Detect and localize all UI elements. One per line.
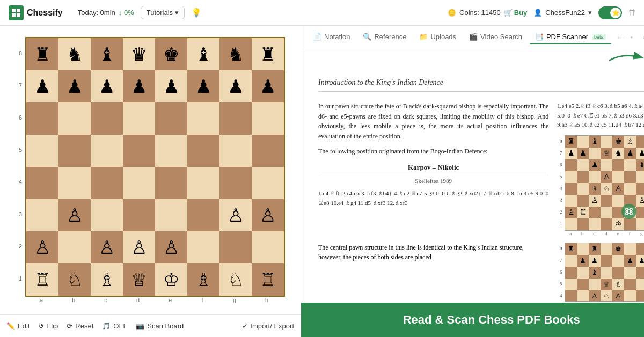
rank-labels: 8 7 6 5 4 3 2 1 [16,37,25,295]
chess-cell[interactable] [58,135,91,167]
chess-cell[interactable]: ♟ [123,70,155,102]
chess-cell[interactable] [252,231,284,263]
chess-cell[interactable] [123,167,155,199]
tab-notation[interactable]: 📄 Notation [308,31,355,44]
chess-cell[interactable]: ♙ [252,199,284,231]
chess-cell[interactable] [26,135,58,167]
buy-icon: 🛒 [504,9,513,17]
username: ChessFun22 [545,9,585,17]
chess-cell[interactable] [58,102,91,135]
chess-cell[interactable]: ♟ [252,70,284,102]
tab-pdf-scanner[interactable]: 📑 PDF Scanner beta [530,31,611,44]
chess-cell[interactable] [187,167,219,199]
chess-cell[interactable]: ♖ [252,263,284,296]
svg-rect-1 [17,9,20,12]
flip-button[interactable]: ↺ Flip [38,322,58,330]
tab-reference[interactable]: 🔍 Reference [357,31,412,44]
chess-cell[interactable]: ♙ [91,231,123,263]
chess-cell[interactable]: ♟ [155,70,187,102]
collapse-button[interactable]: ⇈ [628,8,635,18]
chess-cell[interactable]: ♜ [26,38,58,70]
flip-icon: ↺ [38,322,44,330]
chess-cell[interactable]: ♗ [91,263,123,296]
match-year: Skelleftea 1989 [318,177,548,186]
chess-cell[interactable] [123,102,155,135]
chess-cell[interactable] [187,102,219,135]
scan-cta-overlay[interactable]: Read & Scan Chess PDF Books [301,303,644,337]
chess-cell[interactable] [219,135,252,167]
chess-cell[interactable] [155,102,187,135]
reset-button[interactable]: ⟳ Reset [67,322,93,330]
chess-cell[interactable]: ♟ [58,70,91,102]
tip-icon: 💡 [191,8,202,18]
chess-cell[interactable] [155,199,187,231]
chess-cell[interactable] [187,135,219,167]
chess-cell[interactable]: ♖ [26,263,58,296]
tutorials-button[interactable]: Tutorials ▾ [141,6,185,19]
chess-cell[interactable]: ♗ [187,263,219,296]
chess-cell[interactable]: ♘ [219,263,252,296]
nav-dot: ● [631,35,633,40]
chess-cell[interactable]: ♚ [155,38,187,70]
user-area[interactable]: 👤 ChessFun22 ▾ [533,9,592,17]
chess-cell[interactable]: ♟ [26,70,58,102]
reference-label: Reference [374,33,406,41]
scan-board-button[interactable]: 📷 Scan Board [136,322,184,330]
chess-cell[interactable]: ♛ [123,38,155,70]
chess-cell[interactable] [155,135,187,167]
chess-cell[interactable]: ♔ [155,263,187,296]
edit-button[interactable]: ✏️ Edit [6,322,30,330]
theme-toggle[interactable]: ⭐ [598,6,622,19]
chess-cell[interactable] [187,199,219,231]
scan-eye-icon [625,207,633,216]
chess-cell[interactable] [58,231,91,263]
scan-cta-text: Read & Scan Chess PDF Books [403,313,580,327]
nav-forward-button[interactable]: → [635,32,644,43]
nav-back-button[interactable]: ← [613,32,628,43]
chess-cell[interactable]: ♟ [187,70,219,102]
chess-cell[interactable] [155,167,187,199]
chess-cell[interactable] [91,102,123,135]
chess-cell[interactable]: ♝ [187,38,219,70]
buy-button[interactable]: 🛒 Buy [504,9,528,17]
chess-cell[interactable]: ♙ [58,199,91,231]
chess-cell[interactable] [91,167,123,199]
chess-cell[interactable] [219,231,252,263]
pdf-paragraph-2: The following position originated from t… [318,146,548,157]
tab-navigation: ← ● → [613,32,644,43]
chess-cell[interactable] [58,167,91,199]
chess-cell[interactable] [219,167,252,199]
chess-cell[interactable] [91,135,123,167]
chess-cell[interactable] [252,167,284,199]
chess-cell[interactable]: ♙ [26,231,58,263]
pdf-body-2: The central pawn structure in this line … [318,243,644,302]
svg-rect-2 [12,13,16,17]
chess-cell[interactable] [252,102,284,135]
svg-rect-3 [17,13,20,17]
chess-cell[interactable]: ♘ [58,263,91,296]
chess-cell[interactable]: ♝ [91,38,123,70]
chess-cell[interactable] [187,231,219,263]
tab-uploads[interactable]: 📁 Uploads [414,31,462,44]
chess-cell[interactable]: ♟ [91,70,123,102]
chess-cell[interactable]: ♙ [123,231,155,263]
tab-video-search[interactable]: 🎬 Video Search [464,31,528,44]
chess-cell[interactable]: ♞ [219,38,252,70]
chevron-down-icon: ▾ [588,9,592,17]
chess-cell[interactable] [26,199,58,231]
chess-cell[interactable] [26,167,58,199]
sound-button[interactable]: 🎵 OFF [102,322,127,330]
chess-cell[interactable] [91,199,123,231]
chess-cell[interactable]: ♟ [219,70,252,102]
chess-cell[interactable]: ♙ [219,199,252,231]
chess-cell[interactable] [219,102,252,135]
import-export-button[interactable]: ✓ Import/ Export [242,322,294,330]
chess-cell[interactable]: ♜ [252,38,284,70]
chess-cell[interactable]: ♞ [58,38,91,70]
chess-cell[interactable] [123,199,155,231]
chess-cell[interactable]: ♙ [155,231,187,263]
chess-cell[interactable] [26,102,58,135]
chess-cell[interactable] [123,135,155,167]
chess-cell[interactable]: ♕ [123,263,155,296]
chess-cell[interactable] [252,135,284,167]
